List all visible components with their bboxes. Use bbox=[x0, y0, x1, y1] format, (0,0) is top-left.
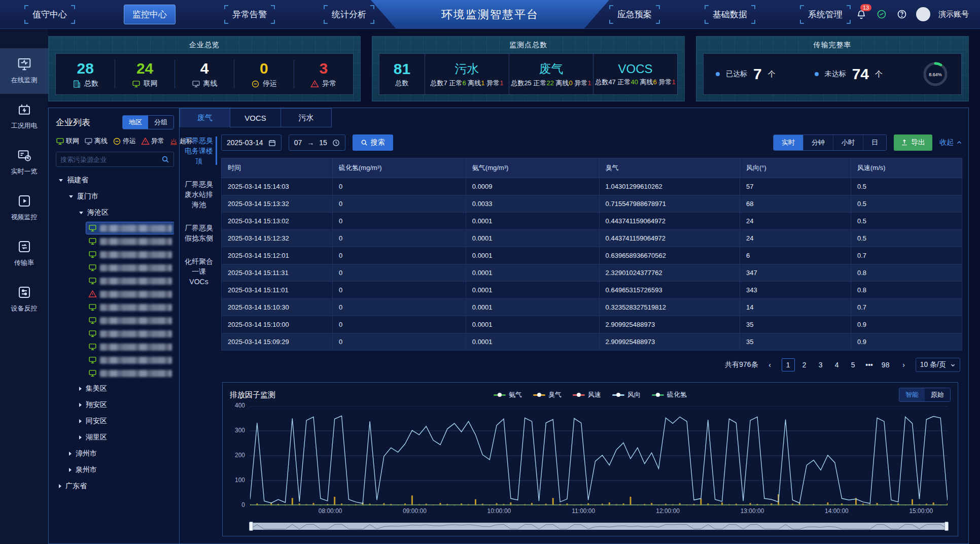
tab-废气[interactable]: 废气 bbox=[180, 108, 230, 127]
tree-node-厦门市[interactable]: 厦门市 bbox=[56, 188, 174, 205]
legend-item-风向[interactable]: 风向 bbox=[612, 390, 641, 399]
sidebar-item-实时一览[interactable]: 实时一览 bbox=[0, 140, 48, 185]
nav-item-基础数据[interactable]: 基础数据 bbox=[705, 5, 755, 24]
caret-right-icon[interactable] bbox=[79, 419, 82, 423]
nav-item-值守中心[interactable]: 值守中心 bbox=[24, 5, 75, 24]
link-status-icon[interactable] bbox=[876, 8, 888, 20]
table-row[interactable]: 2025-03-14 15:12:0100.00010.639658936670… bbox=[222, 247, 962, 264]
legend-item-氨气[interactable]: 氨气 bbox=[494, 390, 522, 399]
sidebar-item-设备反控[interactable]: 设备反控 bbox=[0, 277, 48, 322]
help-icon[interactable] bbox=[896, 8, 908, 20]
company-item[interactable] bbox=[86, 341, 174, 353]
table-row[interactable]: 2025-03-14 15:09:2900.00012.909925488973… bbox=[222, 333, 962, 351]
legend-item-风速[interactable]: 风速 bbox=[573, 390, 601, 399]
account-name[interactable]: 演示账号 bbox=[938, 10, 969, 19]
tab-VOCS[interactable]: VOCS bbox=[230, 108, 281, 127]
company-item[interactable] bbox=[86, 288, 174, 300]
company-item[interactable] bbox=[86, 328, 174, 339]
company-item[interactable] bbox=[86, 222, 174, 234]
caret-down-icon[interactable] bbox=[79, 212, 83, 214]
company-item[interactable] bbox=[86, 315, 174, 326]
table-row[interactable]: 2025-03-14 15:10:0000.00012.909925488973… bbox=[222, 316, 962, 333]
caret-right-icon[interactable] bbox=[79, 435, 82, 439]
caret-right-icon[interactable] bbox=[79, 403, 82, 407]
company-item[interactable] bbox=[86, 235, 174, 247]
table-row[interactable]: 2025-03-14 15:13:0200.00010.443741159064… bbox=[222, 213, 962, 230]
scrollbar-left-handle[interactable] bbox=[249, 522, 253, 531]
tree-node-湖里区[interactable]: 湖里区 bbox=[56, 429, 174, 446]
avatar[interactable] bbox=[916, 7, 930, 21]
sidebar-item-视频监控[interactable]: 视频监控 bbox=[0, 185, 48, 231]
tree-node-海沧区[interactable]: 海沧区 bbox=[56, 205, 174, 221]
table-row[interactable]: 2025-03-14 15:12:3200.00010.443741159064… bbox=[222, 230, 962, 247]
interval-实时[interactable]: 实时 bbox=[774, 135, 803, 150]
interval-日[interactable]: 日 bbox=[863, 135, 886, 150]
sidebar-item-工况用电[interactable]: 工况用电 bbox=[0, 94, 48, 140]
search-input[interactable] bbox=[60, 156, 161, 163]
table-row[interactable]: 2025-03-14 15:11:0100.00010.649653157265… bbox=[222, 282, 962, 299]
company-item[interactable] bbox=[86, 354, 174, 366]
interval-小时[interactable]: 小时 bbox=[833, 135, 863, 150]
company-item[interactable] bbox=[86, 367, 174, 379]
caret-down-icon[interactable] bbox=[69, 195, 73, 198]
nav-item-监控中心[interactable]: 监控中心 bbox=[124, 5, 176, 24]
caret-right-icon[interactable] bbox=[69, 452, 72, 456]
tree-node-漳州市[interactable]: 漳州市 bbox=[56, 446, 174, 462]
station-item[interactable]: 化纤聚合一课VOCs bbox=[185, 256, 216, 287]
tab-污水[interactable]: 污水 bbox=[281, 108, 332, 127]
page-size-select[interactable]: 10 条/页 bbox=[916, 358, 960, 372]
nav-item-异常告警[interactable]: 异常告警 bbox=[224, 5, 275, 24]
page-button-2[interactable]: 2 bbox=[798, 358, 811, 371]
station-item[interactable]: 厂界恶臭电务课楼顶 bbox=[185, 135, 216, 166]
collapse-toggle[interactable]: 收起 bbox=[939, 138, 962, 147]
search-icon[interactable] bbox=[161, 155, 169, 163]
tree-node-翔安区[interactable]: 翔安区 bbox=[56, 397, 174, 413]
toggle-地区[interactable]: 地区 bbox=[123, 116, 148, 129]
tree-node-集美区[interactable]: 集美区 bbox=[56, 381, 174, 397]
page-button-3[interactable]: 3 bbox=[814, 358, 827, 371]
page-button-98[interactable]: 98 bbox=[879, 358, 892, 371]
company-item[interactable] bbox=[86, 262, 174, 274]
table-row[interactable]: 2025-03-14 15:11:3100.00012.329010243777… bbox=[222, 264, 962, 282]
page-button-5[interactable]: 5 bbox=[847, 358, 860, 371]
prev-page-button[interactable]: ‹ bbox=[763, 358, 777, 371]
sidebar-item-在线监测[interactable]: 在线监测 bbox=[0, 48, 48, 94]
scrollbar-right-handle[interactable] bbox=[944, 522, 949, 531]
export-button[interactable]: 导出 bbox=[894, 134, 932, 151]
page-button-4[interactable]: 4 bbox=[830, 358, 844, 371]
caret-down-icon[interactable] bbox=[59, 179, 63, 182]
table-row[interactable]: 2025-03-14 15:13:3200.00330.715547988678… bbox=[222, 195, 962, 213]
caret-right-icon[interactable] bbox=[79, 387, 82, 391]
nav-item-统计分析[interactable]: 统计分析 bbox=[324, 5, 374, 24]
company-item[interactable] bbox=[86, 275, 174, 287]
tree-node-同安区[interactable]: 同安区 bbox=[56, 413, 174, 429]
sidebar-item-传输率[interactable]: 传输率 bbox=[0, 231, 48, 277]
tree-node-泉州市[interactable]: 泉州市 bbox=[56, 462, 174, 478]
company-item[interactable] bbox=[86, 301, 174, 313]
page-button-1[interactable]: 1 bbox=[782, 358, 795, 371]
nav-item-应急预案[interactable]: 应急预案 bbox=[609, 5, 660, 24]
chart-scrollbar[interactable] bbox=[250, 523, 948, 530]
date-picker[interactable]: 2025-03-14 bbox=[221, 134, 282, 151]
enterprise-search[interactable] bbox=[56, 152, 174, 167]
interval-分钟[interactable]: 分钟 bbox=[803, 135, 833, 150]
nav-item-系统管理[interactable]: 系统管理 bbox=[800, 5, 851, 24]
time-range-picker[interactable]: 07 → 15 bbox=[289, 134, 345, 151]
table-row[interactable]: 2025-03-14 15:14:0300.00091.043012996102… bbox=[222, 178, 962, 195]
mode-智能[interactable]: 智能 bbox=[899, 388, 925, 401]
notification-bell-icon[interactable]: 13 bbox=[855, 8, 867, 20]
caret-right-icon[interactable] bbox=[59, 484, 61, 488]
tree-node-福建省[interactable]: 福建省 bbox=[56, 172, 174, 188]
mode-原始[interactable]: 原始 bbox=[925, 388, 950, 401]
caret-right-icon[interactable] bbox=[69, 468, 72, 472]
search-button[interactable]: 搜索 bbox=[353, 134, 393, 151]
legend-item-硫化氢[interactable]: 硫化氢 bbox=[652, 390, 687, 399]
tree-node-广东省[interactable]: 广东省 bbox=[56, 478, 174, 494]
company-item[interactable] bbox=[86, 249, 174, 260]
next-page-button[interactable]: › bbox=[897, 358, 911, 371]
station-item[interactable]: 厂界恶臭废水站排海池 bbox=[185, 179, 216, 210]
toggle-分组[interactable]: 分组 bbox=[148, 116, 173, 129]
station-item[interactable]: 厂界恶臭假捻东侧 bbox=[185, 223, 216, 243]
legend-item-臭气[interactable]: 臭气 bbox=[533, 390, 562, 399]
table-row[interactable]: 2025-03-14 15:10:3000.00010.323528327519… bbox=[222, 299, 962, 316]
